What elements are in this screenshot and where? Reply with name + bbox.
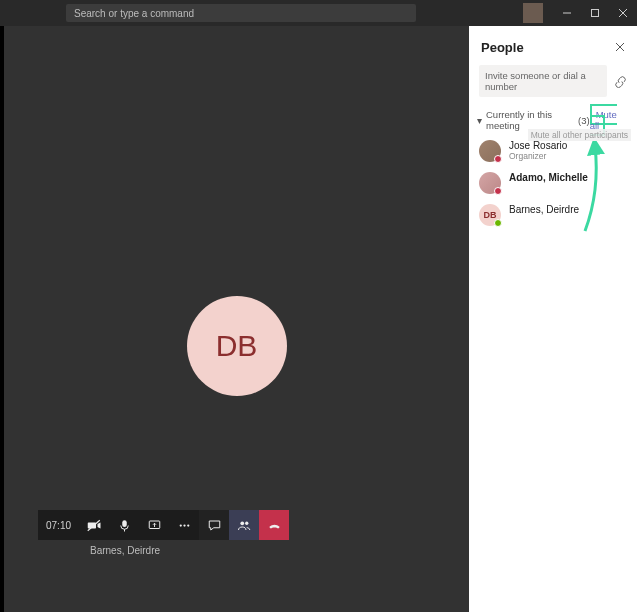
close-window-button[interactable]	[609, 0, 637, 26]
invite-placeholder: Invite someone or dial a number	[485, 70, 586, 92]
close-panel-button[interactable]	[615, 42, 625, 54]
close-icon	[615, 42, 625, 52]
people-panel-title: People	[481, 40, 524, 55]
participant-name: Jose Rosario	[509, 140, 567, 151]
chat-icon	[207, 518, 222, 533]
svg-rect-5	[122, 520, 127, 527]
svg-point-10	[240, 521, 244, 525]
participant-row[interactable]: Adamo, Michelle	[469, 167, 637, 199]
people-panel: People Invite someone or dial a number ▾…	[469, 26, 637, 612]
camera-off-icon	[87, 518, 102, 533]
microphone-icon	[117, 518, 132, 533]
svg-point-9	[187, 524, 189, 526]
avatar-initials: DB	[216, 329, 258, 363]
participant-avatar	[479, 140, 501, 162]
user-avatar-square[interactable]	[523, 3, 543, 23]
maximize-button[interactable]	[581, 0, 609, 26]
presence-indicator	[494, 219, 502, 227]
share-button[interactable]	[139, 510, 169, 540]
people-button[interactable]	[229, 510, 259, 540]
share-screen-icon	[147, 518, 162, 533]
more-actions-button[interactable]	[169, 510, 199, 540]
svg-point-7	[179, 524, 181, 526]
minimize-button[interactable]	[553, 0, 581, 26]
participant-role: Organizer	[509, 151, 567, 161]
invite-input[interactable]: Invite someone or dial a number	[479, 65, 607, 97]
participant-avatar: DB	[479, 204, 501, 226]
presence-indicator	[494, 155, 502, 163]
section-label: Currently in this meeting	[486, 109, 575, 131]
meeting-stage: DB 07:10 Bar	[4, 26, 469, 612]
meeting-toolbar: 07:10	[38, 510, 289, 540]
participant-row[interactable]: Jose RosarioOrganizer	[469, 135, 637, 167]
link-icon	[614, 75, 627, 88]
camera-button[interactable]	[79, 510, 109, 540]
chat-button[interactable]	[199, 510, 229, 540]
search-placeholder: Search or type a command	[74, 8, 194, 19]
mute-all-button[interactable]: Mute all	[590, 104, 617, 136]
meeting-timer: 07:10	[38, 510, 79, 540]
main-area: DB 07:10 Bar	[0, 26, 637, 612]
hangup-icon	[267, 518, 282, 533]
search-input[interactable]: Search or type a command	[66, 4, 416, 22]
participant-avatar-large: DB	[187, 296, 287, 396]
svg-rect-1	[592, 10, 599, 17]
title-bar: Search or type a command	[0, 0, 637, 26]
participant-row[interactable]: DBBarnes, Deirdre	[469, 199, 637, 231]
more-icon	[177, 518, 192, 533]
participants-section-header[interactable]: ▾ Currently in this meeting (3) Mute all…	[469, 105, 637, 135]
participant-avatar	[479, 172, 501, 194]
presence-indicator	[494, 187, 502, 195]
svg-point-8	[183, 524, 185, 526]
mic-button[interactable]	[109, 510, 139, 540]
speaker-name-caption: Barnes, Deirdre	[90, 545, 160, 556]
people-icon	[237, 518, 252, 533]
svg-point-11	[245, 521, 248, 524]
copy-link-button[interactable]	[613, 74, 627, 88]
participant-name: Adamo, Michelle	[509, 172, 588, 183]
participant-name: Barnes, Deirdre	[509, 204, 579, 215]
chevron-down-icon: ▾	[477, 115, 482, 126]
hangup-button[interactable]	[259, 510, 289, 540]
section-count: (3)	[578, 115, 590, 126]
